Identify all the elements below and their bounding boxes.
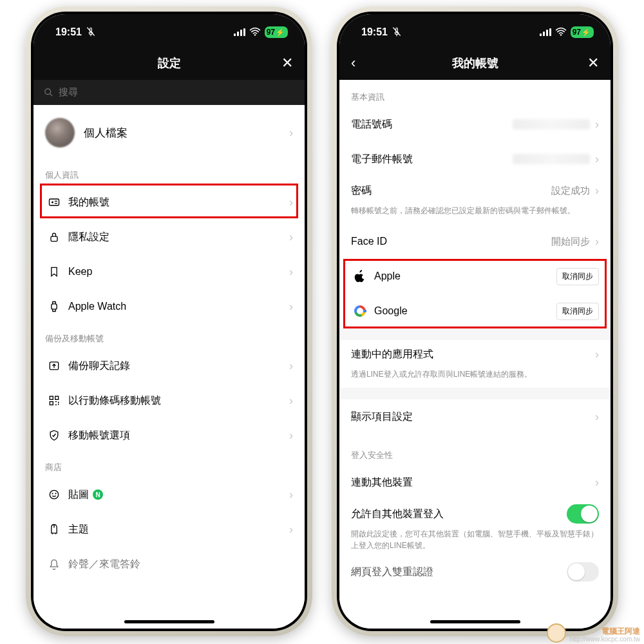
cell-signal-icon xyxy=(234,28,245,36)
row-phone[interactable]: 電話號碼 › xyxy=(339,107,611,142)
label: Keep xyxy=(68,266,92,278)
label: 電子郵件帳號 xyxy=(351,153,413,166)
label: 允許自其他裝置登入 xyxy=(351,507,444,521)
close-icon[interactable]: ✕ xyxy=(281,55,293,71)
label: 移動帳號選項 xyxy=(68,429,130,442)
row-password[interactable]: 密碼 設定成功 › xyxy=(339,176,611,205)
nav-title: 設定 xyxy=(158,55,181,71)
svg-rect-7 xyxy=(50,396,53,399)
svg-point-10 xyxy=(50,490,58,498)
shield-check-icon xyxy=(45,429,63,442)
row-move-options[interactable]: 移動帳號選項 › xyxy=(33,418,305,453)
apple-icon xyxy=(351,270,369,283)
row-keep[interactable]: Keep › xyxy=(33,254,305,289)
search-bar[interactable]: 搜尋 xyxy=(33,80,305,105)
status-time: 19:51 xyxy=(55,26,82,38)
wifi-icon xyxy=(555,27,567,38)
label: 連動中的應用程式 xyxy=(351,348,433,361)
row-web-2fa: 網頁登入雙重認證 xyxy=(339,559,611,585)
label: Apple Watch xyxy=(68,301,126,312)
close-icon[interactable]: ✕ xyxy=(587,55,599,71)
watch-icon xyxy=(45,300,63,313)
lock-icon xyxy=(45,231,63,243)
profile-label: 個人檔案 xyxy=(84,126,128,140)
label: 貼圖 xyxy=(68,488,89,502)
allow-other-login-note: 開啟此設定後，您可在其他裝置（如電腦、智慧手機、平板及智慧手錶）上登入您的LIN… xyxy=(339,528,611,559)
svg-point-3 xyxy=(52,202,53,203)
nav-title: 我的帳號 xyxy=(452,55,498,71)
backup-icon xyxy=(45,359,63,372)
row-themes[interactable]: 主題 › xyxy=(33,512,305,547)
row-connected-apps[interactable]: 連動中的應用程式 › xyxy=(339,340,611,368)
svg-rect-2 xyxy=(50,199,59,205)
chevron-right-icon: › xyxy=(289,523,293,536)
back-icon[interactable]: ‹ xyxy=(351,55,355,71)
row-privacy[interactable]: 隱私設定 › xyxy=(33,220,305,254)
toggle-web-2fa[interactable] xyxy=(567,562,599,582)
nav-bar: ‹ 我的帳號 ✕ xyxy=(339,46,611,80)
bookmark-icon xyxy=(45,265,63,278)
chevron-right-icon: › xyxy=(289,394,293,408)
battery-badge: 97⚡ xyxy=(265,26,288,38)
row-profile[interactable]: 個人檔案 › xyxy=(33,105,305,160)
qr-icon xyxy=(45,394,63,407)
row-allow-other-login: 允許自其他裝置登入 xyxy=(339,500,611,528)
row-email[interactable]: 電子郵件帳號 › xyxy=(339,142,611,176)
label: 電話號碼 xyxy=(351,118,392,131)
row-google[interactable]: Google 取消同步 xyxy=(339,294,611,328)
avatar xyxy=(45,118,75,147)
row-apple-watch[interactable]: Apple Watch › xyxy=(33,289,305,324)
label: Google xyxy=(374,305,408,317)
chevron-right-icon: › xyxy=(595,410,599,424)
chevron-right-icon: › xyxy=(289,359,293,373)
status-bar: 19:51 97⚡ xyxy=(339,14,611,46)
chevron-right-icon: › xyxy=(595,348,599,361)
home-indicator[interactable] xyxy=(124,620,214,623)
label: 主題 xyxy=(68,523,89,536)
bell-icon xyxy=(45,558,63,571)
row-display-settings[interactable]: 顯示項目設定 › xyxy=(339,399,611,434)
value-blurred xyxy=(513,154,590,164)
row-stickers[interactable]: 貼圖 N › xyxy=(33,477,305,512)
row-faceid[interactable]: Face ID 開始同步 › xyxy=(339,224,611,259)
row-ringtone[interactable]: 鈴聲／來電答鈴 xyxy=(33,547,305,582)
cell-signal-icon xyxy=(540,28,551,36)
sticker-icon xyxy=(45,488,63,501)
battery-badge: 97⚡ xyxy=(571,26,594,38)
chevron-right-icon: › xyxy=(289,126,293,140)
chevron-right-icon: › xyxy=(595,235,599,249)
value: 開始同步 xyxy=(551,236,590,248)
home-indicator[interactable] xyxy=(430,620,520,623)
password-note: 轉移帳號之前，請務必確認您已設定最新的密碼與電子郵件帳號。 xyxy=(339,205,611,224)
toggle-allow-login[interactable] xyxy=(567,504,599,524)
svg-point-12 xyxy=(55,493,56,494)
svg-point-11 xyxy=(52,493,53,494)
section-basic: 基本資訊 xyxy=(339,80,611,107)
chevron-right-icon: › xyxy=(289,231,293,244)
wifi-icon xyxy=(249,27,261,38)
label: 以行動條碼移動帳號 xyxy=(68,394,161,408)
value-blurred xyxy=(513,119,590,129)
status-time: 19:51 xyxy=(361,26,388,38)
svg-point-13 xyxy=(560,34,561,35)
id-card-icon xyxy=(45,196,63,209)
svg-rect-5 xyxy=(52,304,57,309)
row-move-qr[interactable]: 以行動條碼移動帳號 › xyxy=(33,383,305,418)
label: Apple xyxy=(374,270,401,282)
chevron-right-icon: › xyxy=(289,488,293,502)
svg-point-1 xyxy=(45,89,51,95)
row-apple[interactable]: Apple 取消同步 xyxy=(339,259,611,294)
label: 鈴聲／來電答鈴 xyxy=(68,558,140,571)
phone-right: 19:51 97⚡ ‹ 我的帳號 ✕ xyxy=(332,6,618,636)
row-my-account[interactable]: 我的帳號 › xyxy=(33,185,305,220)
value: 設定成功 xyxy=(551,185,590,197)
unlink-button[interactable]: 取消同步 xyxy=(556,268,599,285)
status-bar: 19:51 97⚡ xyxy=(33,14,305,46)
chevron-right-icon: › xyxy=(289,429,293,442)
row-other-devices[interactable]: 連動其他裝置 › xyxy=(339,465,611,500)
mute-icon xyxy=(86,26,96,39)
unlink-button[interactable]: 取消同步 xyxy=(556,303,599,320)
label: 備份聊天記錄 xyxy=(68,359,130,373)
row-backup-chat[interactable]: 備份聊天記錄 › xyxy=(33,348,305,383)
phone-left: 19:51 97⚡ 設定 ✕ 搜尋 xyxy=(26,6,312,636)
